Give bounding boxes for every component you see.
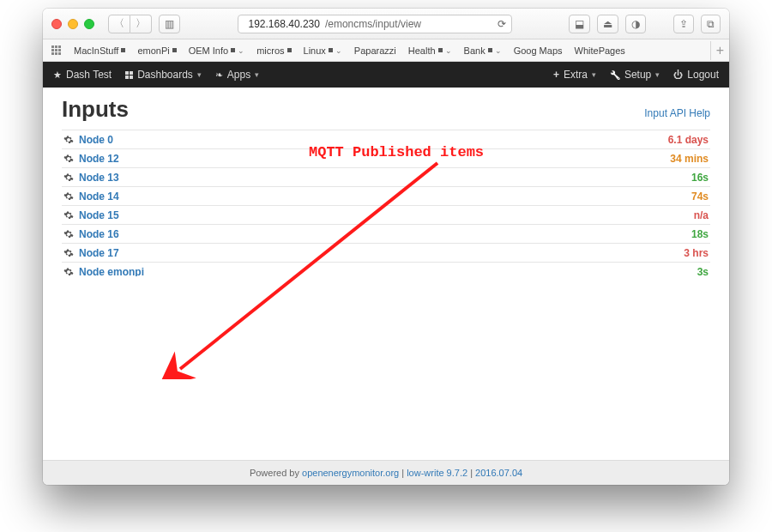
node-link[interactable]: Node 15 <box>79 209 119 221</box>
bookmark-item[interactable]: MacInStuff <box>74 45 125 56</box>
close-window-button[interactable] <box>51 19 62 29</box>
nav-apps[interactable]: Apps▾ <box>215 69 259 81</box>
node-age: 34 mins <box>670 153 709 165</box>
toolbar-right: ⬓ ⏏ ◑ ⇪ ⧉ <box>569 15 721 33</box>
gear-icon <box>63 267 74 277</box>
bookmark-item[interactable]: OEM Info ⌄ <box>189 45 244 56</box>
zoom-window-button[interactable] <box>84 19 94 29</box>
input-api-help-link[interactable]: Input API Help <box>644 107 710 119</box>
titlebar: 〈 〉 ▥ 192.168.40.230/emoncms/input/view … <box>43 9 729 39</box>
node-row[interactable]: Node 1316s <box>62 168 710 187</box>
plus-icon <box>553 69 559 81</box>
power-icon <box>673 69 683 81</box>
gear-icon <box>63 210 74 221</box>
nav-setup[interactable]: Setup▾ <box>610 69 660 81</box>
node-link[interactable]: Node 12 <box>79 153 119 165</box>
share-button[interactable]: ⇪ <box>673 15 694 33</box>
nav-back-forward: 〈 〉 <box>108 15 152 33</box>
sidebar-toggle-button[interactable]: ▥ <box>159 15 180 33</box>
nav-dashboards[interactable]: Dashboards▾ <box>125 69 202 81</box>
node-row[interactable]: Node 1618s <box>62 225 710 244</box>
footer: Powered by openenergymonitor.org | low-w… <box>43 460 729 485</box>
new-tab-button[interactable]: + <box>710 41 729 60</box>
footer-link-date[interactable]: 2016.07.04 <box>475 468 522 478</box>
node-row[interactable]: Node 06.1 days <box>62 130 710 149</box>
star-icon <box>53 69 62 81</box>
dashboards-icon <box>125 71 133 79</box>
node-link[interactable]: Node 14 <box>79 190 119 203</box>
node-row[interactable]: Node 15n/a <box>62 206 710 225</box>
node-link[interactable]: Node 13 <box>79 172 119 184</box>
gear-icon <box>63 248 74 258</box>
apps-icon <box>215 69 223 81</box>
url-domain: 192.168.40.230 <box>249 18 320 30</box>
node-age: 6.1 days <box>668 134 709 146</box>
node-age: n/a <box>694 209 709 221</box>
node-row[interactable]: Node emonpi3s <box>62 263 710 276</box>
reload-icon[interactable]: ⟳ <box>498 18 506 30</box>
browser-window: 〈 〉 ▥ 192.168.40.230/emoncms/input/view … <box>43 9 729 485</box>
node-row[interactable]: Node 173 hrs <box>62 244 710 263</box>
footer-link-version[interactable]: low-write 9.7.2 <box>407 468 467 478</box>
footer-link-oem[interactable]: openenergymonitor.org <box>302 468 399 478</box>
tabs-button[interactable]: ⧉ <box>701 15 721 33</box>
nav-dash-test[interactable]: Dash Test <box>53 69 112 81</box>
bookmark-item[interactable]: Paparazzi <box>354 45 396 56</box>
eject-button[interactable]: ⏏ <box>597 15 618 33</box>
page-title: Inputs <box>62 96 129 123</box>
minimize-window-button[interactable] <box>68 19 78 29</box>
bookmark-item[interactable]: micros <box>256 45 291 56</box>
node-age: 3s <box>697 266 709 277</box>
downloads-button[interactable]: ⬓ <box>569 15 590 33</box>
nav-extra[interactable]: Extra▾ <box>553 69 596 81</box>
back-button[interactable]: 〈 <box>108 15 130 33</box>
url-path: /emoncms/input/view <box>325 18 421 30</box>
node-row[interactable]: Node 1234 mins <box>62 149 710 168</box>
gear-icon <box>63 229 74 239</box>
bookmark-item[interactable]: Health ⌄ <box>408 45 452 56</box>
page-content: Inputs Input API Help Node 06.1 daysNode… <box>43 88 729 276</box>
bookmark-item[interactable]: Linux ⌄ <box>304 45 342 56</box>
bookmark-item[interactable]: WhitePages <box>575 45 625 56</box>
node-link[interactable]: Node 16 <box>79 228 119 240</box>
node-age: 16s <box>691 172 709 184</box>
gear-icon <box>63 135 74 145</box>
node-list: Node 06.1 daysNode 1234 minsNode 1316sNo… <box>62 130 710 276</box>
gear-icon <box>63 154 74 164</box>
bookmark-item[interactable]: Goog Maps <box>514 45 563 56</box>
extension-button[interactable]: ◑ <box>625 15 646 33</box>
traffic-lights <box>51 19 94 29</box>
gear-icon <box>63 172 74 183</box>
address-bar-container: 192.168.40.230/emoncms/input/view ⟳ <box>187 15 562 33</box>
wrench-icon <box>610 69 620 81</box>
node-age: 3 hrs <box>684 247 709 259</box>
bookmark-item[interactable]: emonPi <box>137 45 176 56</box>
node-row[interactable]: Node 1474s <box>62 187 710 206</box>
app-navbar: Dash Test Dashboards▾ Apps▾ Extra▾ Setup… <box>43 62 729 88</box>
gear-icon <box>63 191 74 202</box>
bookmark-item[interactable]: Bank ⌄ <box>464 45 502 56</box>
address-bar[interactable]: 192.168.40.230/emoncms/input/view ⟳ <box>238 15 512 33</box>
node-age: 74s <box>691 190 709 203</box>
node-link[interactable]: Node 0 <box>79 134 113 146</box>
forward-button[interactable]: 〉 <box>130 15 152 33</box>
bookmarks-bar: MacInStuff emonPi OEM Info ⌄micros Linux… <box>43 39 729 62</box>
nav-logout[interactable]: Logout <box>673 69 719 81</box>
node-link[interactable]: Node emonpi <box>79 266 144 277</box>
node-age: 18s <box>691 228 709 240</box>
show-all-bookmarks-icon[interactable] <box>51 45 62 56</box>
node-link[interactable]: Node 17 <box>79 247 119 259</box>
